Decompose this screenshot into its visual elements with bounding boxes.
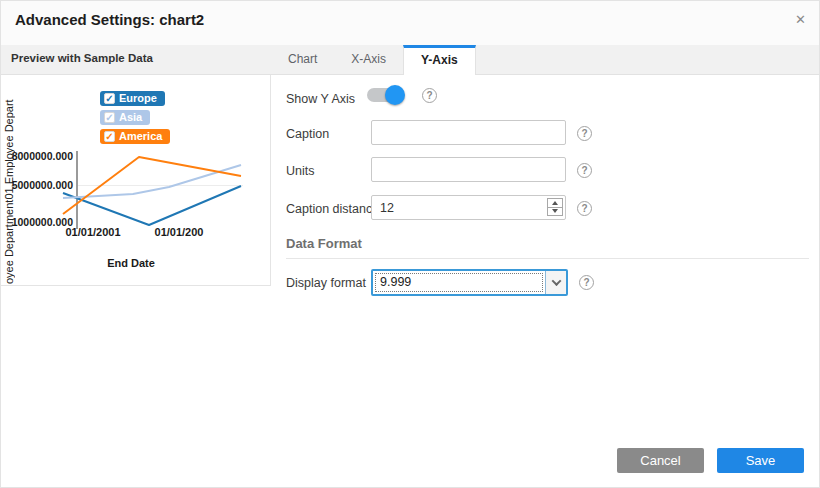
x-tick-label: 01/01/200 (137, 226, 221, 238)
tab-chart[interactable]: Chart (271, 45, 334, 74)
caption-distance-label: Caption distance (286, 202, 379, 216)
spin-down-button[interactable] (548, 207, 562, 216)
arrow-up-icon (552, 201, 558, 205)
show-y-axis-toggle[interactable] (367, 88, 403, 102)
legend-item[interactable]: ✓ America (100, 129, 170, 144)
display-format-select[interactable]: 9.999 (371, 269, 568, 296)
units-input[interactable] (371, 157, 566, 182)
help-icon[interactable]: ? (579, 275, 594, 290)
legend-item[interactable]: ✓ Asia (100, 110, 150, 125)
advanced-settings-dialog: Advanced Settings: chart2 ✕ Preview with… (0, 0, 820, 488)
display-format-value: 9.999 (375, 273, 543, 292)
dialog-footer: Cancel Save (617, 448, 804, 473)
x-axis-caption: End Date (81, 257, 181, 269)
cancel-button[interactable]: Cancel (617, 448, 704, 473)
close-icon[interactable]: ✕ (795, 12, 806, 27)
data-format-section-header: Data Format (286, 236, 362, 251)
caption-distance-stepper (547, 198, 563, 216)
dialog-title: Advanced Settings: chart2 (15, 11, 204, 28)
legend-item[interactable]: ✓ Europe (100, 91, 165, 106)
chevron-down-icon (551, 276, 561, 286)
caption-distance-input[interactable] (371, 195, 566, 220)
legend-checkbox-icon: ✓ (104, 131, 115, 142)
spin-up-button[interactable] (548, 199, 562, 207)
help-icon[interactable]: ? (577, 163, 592, 178)
help-icon[interactable]: ? (577, 126, 592, 141)
section-divider (286, 258, 809, 259)
legend-item-label: America (119, 130, 162, 142)
tab-x-axis[interactable]: X-Axis (334, 45, 403, 74)
preview-header: Preview with Sample Data (11, 52, 153, 64)
display-format-label: Display format (286, 276, 366, 290)
y-tick-label: 5000000.000 (1, 179, 73, 191)
show-y-axis-label: Show Y Axis (286, 92, 355, 106)
title-bar: Advanced Settings: chart2 ✕ (1, 1, 819, 45)
legend-checkbox-icon: ✓ (104, 112, 115, 123)
legend-checkbox-icon: ✓ (104, 93, 115, 104)
y-tick-label: 8000000.000 (1, 150, 73, 162)
chart-legend: ✓ Europe ✓ Asia ✓ America (100, 91, 170, 144)
legend-item-label: Asia (119, 111, 142, 123)
select-arrow-area[interactable] (545, 271, 566, 294)
caption-label: Caption (286, 127, 329, 141)
tab-y-axis[interactable]: Y-Axis (403, 45, 476, 75)
units-label: Units (286, 164, 314, 178)
y-tick-label: 1000000.000 (1, 216, 73, 228)
help-icon[interactable]: ? (577, 201, 592, 216)
y-axis-settings-form: Show Y Axis ? Caption ? Units ? Caption … (271, 75, 820, 488)
legend-item-label: Europe (119, 92, 157, 104)
tab-bar: Chart X-Axis Y-Axis (271, 45, 476, 75)
caption-input[interactable] (371, 120, 566, 145)
arrow-down-icon (552, 209, 558, 213)
help-icon[interactable]: ? (422, 88, 437, 103)
toggle-knob (385, 85, 405, 105)
save-button[interactable]: Save (717, 448, 804, 473)
chart-preview-panel: oyee Department01,Employee Depart ✓ Euro… (1, 75, 271, 286)
